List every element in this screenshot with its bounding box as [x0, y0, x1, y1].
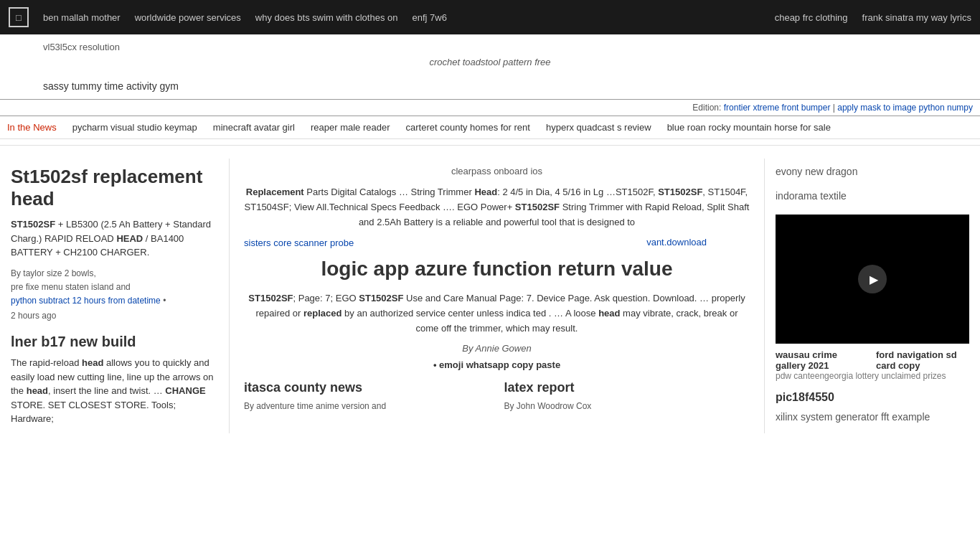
right-link-indorama[interactable]: indorama textile	[776, 190, 969, 202]
bottom-left-body: By adventure time anime version and	[244, 400, 490, 413]
center-bottom-row: itasca county news By adventure time ani…	[244, 380, 750, 413]
article1-bullet: •	[163, 296, 166, 306]
article2-head2: head	[27, 385, 48, 396]
nav-tab-carteret[interactable]: carteret county homes for rent	[406, 122, 530, 133]
topbar: □ ben mallah mother worldwide power serv…	[0, 0, 980, 34]
nav-tab-in-the-news[interactable]: In the News	[7, 122, 57, 133]
center-body-text-2: ST1502SF; Page: 7; EGO ST1502SF Use and …	[244, 291, 750, 336]
st1502sf-ref2: ST1502SF	[359, 293, 403, 303]
center-top-link: clearpass onboard ios	[244, 166, 750, 176]
video-caption-left: wausau crime gallery 2021	[776, 349, 869, 371]
topbar-link-ben-mallah[interactable]: ben mallah mother	[43, 12, 121, 23]
article1-python-link[interactable]: python subtract 12 hours from datetime	[11, 296, 161, 306]
nav-tab-minecraft[interactable]: minecraft avatar girl	[213, 122, 295, 133]
center-column: clearpass onboard ios Replacement Parts …	[230, 159, 765, 433]
edition-link1[interactable]: frontier xtreme front bumper	[724, 103, 831, 113]
center-article-text-1: Replacement Parts Digital Catalogs … Str…	[244, 185, 750, 230]
topbar-link-bts-swim[interactable]: why does bts swim with clothes on	[255, 12, 398, 23]
nav-tab-pycharm[interactable]: pycharm visual studio keymap	[72, 122, 197, 133]
menu-icon[interactable]: □	[9, 7, 29, 27]
header-link1[interactable]: vl53l5cx resolution	[43, 42, 937, 52]
divider	[0, 145, 980, 146]
bottom-right-title: latex report	[504, 380, 750, 395]
topbar-link-enfj[interactable]: enfj 7w6	[413, 12, 447, 23]
head-bold1: Head	[474, 187, 497, 197]
nav-tab-reaper[interactable]: reaper male reader	[311, 122, 390, 133]
topbar-link-frc[interactable]: cheap frc clothing	[775, 12, 848, 23]
replaced-bold: replaced	[303, 308, 341, 319]
sassy-title: sassy tummy time activity gym	[43, 80, 937, 92]
video-caption-right: ford navigation sd card copy	[876, 349, 969, 371]
edition-link2[interactable]: apply mask to image python numpy	[837, 103, 973, 113]
topbar-right: cheap frc clothing frank sinatra my way …	[775, 12, 971, 23]
nav-tabs: In the News pycharm visual studio keymap…	[0, 116, 980, 139]
edition-prefix: Edition:	[692, 103, 721, 113]
right-link-evony[interactable]: evony new dragon	[776, 166, 969, 177]
right-small-link[interactable]: pdw canteengeorgia lottery unclaimed pri…	[776, 371, 969, 381]
article2-head-bold: head	[82, 357, 103, 368]
header-link2[interactable]: crochet toadstool pattern free	[43, 57, 937, 67]
header-area: vl53l5cx resolution crochet toadstool pa…	[0, 34, 980, 92]
main-layout: St1502sf replacement head ST1502SF + LB5…	[0, 151, 980, 441]
head-bold2: head	[598, 308, 620, 319]
article2-title: lner b17 new build	[11, 334, 218, 350]
emoji-link[interactable]: emoji whatsapp copy paste	[244, 359, 750, 370]
vant-link[interactable]: vant.download	[646, 237, 707, 248]
st1502sf-bold2: ST1502SF	[515, 202, 560, 212]
right-bold-title: pic18f4550	[776, 391, 969, 404]
article1-head: HEAD	[116, 233, 143, 244]
sisters-link[interactable]: sisters core scanner probe	[244, 237, 354, 248]
article2-change: CHANGE	[165, 385, 205, 396]
bottom-right-body: By John Woodrow Cox	[504, 400, 750, 413]
center-bottom-right: latex report By John Woodrow Cox	[504, 380, 750, 413]
article1-meta: By taylor size 2 bowls, pre fixe menu st…	[11, 267, 218, 309]
left-column: St1502sf replacement head ST1502SF + LB5…	[0, 159, 230, 433]
article1-subtitle: ST1502SF + LB5300 (2.5 Ah Battery + Stan…	[11, 217, 218, 260]
replacement-bold: Replacement	[246, 187, 304, 197]
article1-time: 2 hours ago	[11, 311, 218, 321]
video-play-button[interactable]	[858, 265, 887, 293]
nav-tab-blue-roan[interactable]: blue roan rocky mountain horse for sale	[667, 122, 831, 133]
video-player[interactable]	[776, 215, 969, 344]
video-caption-row: wausau crime gallery 2021 ford navigatio…	[776, 349, 969, 371]
topbar-left: □ ben mallah mother worldwide power serv…	[9, 7, 447, 27]
nav-tab-hyperx[interactable]: hyperx quadcast s review	[546, 122, 651, 133]
topbar-link-worldwide-power[interactable]: worldwide power services	[135, 12, 241, 23]
st1502sf-ref: ST1502SF	[248, 293, 293, 303]
right-column: evony new dragon indorama textile wausau…	[765, 159, 980, 433]
center-heading-main: logic app azure function return value	[244, 257, 750, 281]
right-last-link[interactable]: xilinx system generator fft example	[776, 411, 969, 423]
topbar-link-sinatra[interactable]: frank sinatra my way lyrics	[862, 12, 971, 23]
st1502sf-bold1: ST1502SF	[658, 187, 702, 197]
center-bottom-left: itasca county news By adventure time ani…	[244, 380, 490, 413]
center-byline: By Annie Gowen	[244, 343, 750, 354]
edition-bar: Edition: frontier xtreme front bumper | …	[0, 99, 980, 116]
center-heading-area: logic app azure function return value	[244, 257, 750, 281]
article1-title: St1502sf replacement head	[11, 166, 218, 210]
article1-strong: ST1502SF	[11, 219, 55, 230]
article2-body: The rapid-reload head allows you to quic…	[11, 356, 218, 426]
bottom-left-title: itasca county news	[244, 380, 490, 395]
